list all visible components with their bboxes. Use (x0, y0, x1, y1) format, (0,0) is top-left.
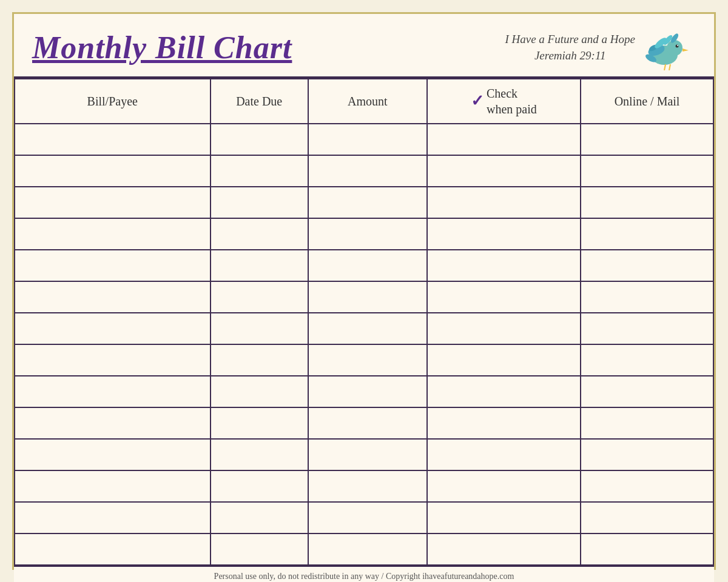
table-cell (15, 218, 211, 250)
header: Monthly Bill Chart I Have a Future and a… (14, 14, 714, 78)
table-cell (211, 124, 308, 155)
table-cell (211, 313, 308, 344)
table-row (15, 218, 713, 250)
svg-line-8 (669, 64, 670, 70)
table-cell (211, 470, 308, 502)
table-body (15, 124, 713, 565)
table-cell (308, 155, 427, 187)
table-cell (15, 439, 211, 470)
table-row (15, 313, 713, 344)
table-row (15, 439, 713, 470)
table-cell (308, 470, 427, 502)
table-cell (15, 155, 211, 187)
table-cell (211, 376, 308, 407)
table-cell (308, 250, 427, 281)
table-cell (211, 250, 308, 281)
table-cell (308, 439, 427, 470)
table-row (15, 502, 713, 534)
table-row (15, 250, 713, 281)
table-cell (15, 502, 211, 534)
table-cell (15, 376, 211, 407)
table-container: Bill/Payee Date Due Amount ✓ Check w (14, 78, 714, 566)
table-cell (308, 313, 427, 344)
table-cell (581, 218, 713, 250)
table-cell (211, 502, 308, 534)
table-cell (211, 439, 308, 470)
table-cell (581, 250, 713, 281)
table-cell (308, 218, 427, 250)
table-cell (581, 439, 713, 470)
table-cell (15, 470, 211, 502)
table-cell (581, 281, 713, 313)
table-cell (308, 534, 427, 565)
table-cell (427, 187, 581, 218)
table-cell (581, 376, 713, 407)
col-header-date: Date Due (211, 79, 308, 124)
table-cell (427, 502, 581, 534)
table-cell (581, 313, 713, 344)
col-header-online: Online / Mail (581, 79, 713, 124)
table-row (15, 344, 713, 376)
table-cell (15, 281, 211, 313)
table-row (15, 281, 713, 313)
checkmark-icon: ✓ (471, 93, 484, 109)
table-cell (15, 187, 211, 218)
table-cell (15, 313, 211, 344)
col-header-check: ✓ Check when paid (427, 79, 581, 124)
table-cell (427, 407, 581, 439)
table-row (15, 155, 713, 187)
svg-point-5 (677, 45, 678, 46)
table-cell (211, 187, 308, 218)
table-cell (427, 313, 581, 344)
table-cell (427, 218, 581, 250)
table-cell (211, 534, 308, 565)
table-cell (15, 344, 211, 376)
svg-marker-6 (682, 48, 689, 52)
bird-icon (641, 25, 696, 70)
table-row (15, 470, 713, 502)
table-cell (581, 124, 713, 155)
table-row (15, 534, 713, 565)
col-header-bill: Bill/Payee (15, 79, 211, 124)
table-cell (15, 250, 211, 281)
table-cell (581, 155, 713, 187)
svg-point-1 (667, 40, 682, 56)
table-cell (427, 376, 581, 407)
table-cell (308, 187, 427, 218)
svg-point-4 (676, 45, 679, 48)
table-row (15, 407, 713, 439)
table-cell (211, 281, 308, 313)
table-cell (15, 407, 211, 439)
table-cell (581, 534, 713, 565)
table-cell (211, 155, 308, 187)
table-cell (308, 407, 427, 439)
table-cell (581, 407, 713, 439)
subtitle: I Have a Future and a Hope Jeremiah 29:1… (505, 32, 635, 64)
table-cell (308, 344, 427, 376)
table-cell (211, 407, 308, 439)
table-cell (308, 124, 427, 155)
page-container: Monthly Bill Chart I Have a Future and a… (12, 12, 716, 570)
table-header-row: Bill/Payee Date Due Amount ✓ Check w (15, 79, 713, 124)
table-cell (15, 124, 211, 155)
table-cell (427, 281, 581, 313)
table-cell (581, 187, 713, 218)
header-right: I Have a Future and a Hope Jeremiah 29:1… (505, 25, 696, 70)
svg-line-7 (664, 64, 666, 70)
table-cell (15, 534, 211, 565)
col-header-amount: Amount (308, 79, 427, 124)
table-cell (308, 281, 427, 313)
table-cell (308, 376, 427, 407)
footer: Personal use only, do not redistribute i… (14, 566, 714, 582)
table-row (15, 376, 713, 407)
table-cell (427, 439, 581, 470)
table-cell (211, 344, 308, 376)
table-cell (427, 470, 581, 502)
table-cell (427, 534, 581, 565)
table-cell (581, 502, 713, 534)
table-cell (211, 218, 308, 250)
table-row (15, 124, 713, 155)
table-cell (581, 470, 713, 502)
table-cell (427, 124, 581, 155)
table-cell (427, 155, 581, 187)
